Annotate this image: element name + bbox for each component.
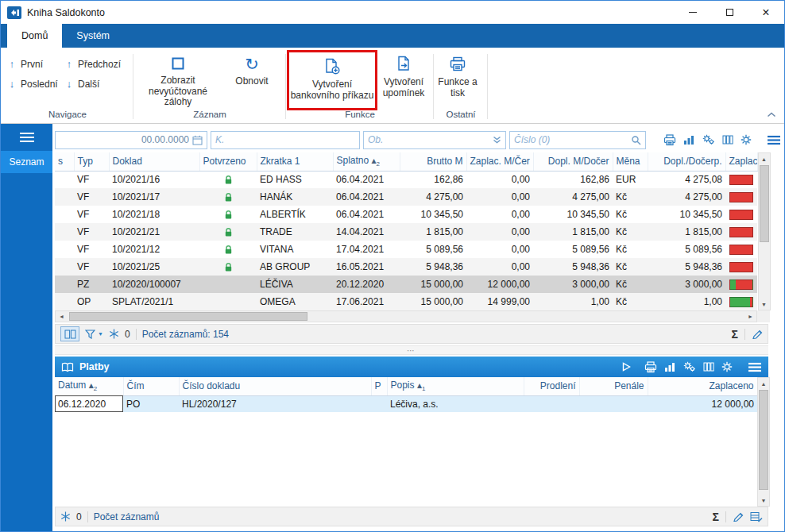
col-header-doklad[interactable]: Doklad <box>109 152 199 171</box>
table-row[interactable]: OP SPLAT/2021/1 OMEGA 17.06.2021 15 000,… <box>55 293 757 310</box>
minimize-button[interactable] <box>675 1 711 24</box>
vertical-scrollbar[interactable]: ▲ ▼ <box>757 377 770 507</box>
scroll-left-icon[interactable]: ◄ <box>56 314 68 319</box>
table-row[interactable]: 06.12.2020 PO HL/2020/127 Léčiva, a.s. 1… <box>55 395 757 412</box>
group-label-ostatni: Ostatní <box>436 110 485 119</box>
edit-pencil-icon[interactable] <box>733 511 744 522</box>
show-unbilled-advances-button[interactable]: Zobrazit nevyúčtované zálohy <box>136 50 220 107</box>
col-header-splatno[interactable]: Splatno ▴2 <box>333 152 400 171</box>
snowflake-icon[interactable] <box>109 329 119 339</box>
col-header-datum[interactable]: Datum ▴2 <box>55 377 123 395</box>
ob-filter-field[interactable] <box>363 131 506 149</box>
scrollbar-thumb[interactable] <box>69 312 307 321</box>
previous-record-button[interactable]: ↑Předchozí <box>64 58 131 70</box>
scroll-up-icon[interactable]: ▲ <box>761 378 767 389</box>
col-header-zaplaceno[interactable]: Zaplaceno <box>648 377 757 395</box>
cislo-search-input[interactable] <box>514 134 628 145</box>
vertical-scrollbar[interactable]: ▲ ▼ <box>758 152 771 310</box>
tab-domu[interactable]: Domů <box>7 24 62 48</box>
gears-icon[interactable] <box>702 134 715 145</box>
paid-indicator <box>729 175 753 185</box>
table-row[interactable]: VF 10/2021/12 VITANA 17.04.2021 5 089,56… <box>55 241 757 258</box>
table-row[interactable]: VF 10/2021/25 AB GROUP 16.05.2021 5 948,… <box>55 258 757 276</box>
card-view-toggle-button[interactable] <box>60 326 79 341</box>
col-header-s[interactable]: s <box>55 152 74 171</box>
next-record-button[interactable]: ↓Další <box>64 78 131 90</box>
scroll-up-icon[interactable]: ▲ <box>761 153 767 164</box>
col-header-potvrzeno[interactable]: Potvrzeno <box>199 152 257 171</box>
edit-pencil-icon[interactable] <box>752 329 763 340</box>
sidebar-menu-button[interactable] <box>1 124 52 151</box>
chart-icon[interactable] <box>683 135 695 145</box>
table-row[interactable]: VF 10/2021/18 ALBERTÍK 06.04.2021 10 345… <box>55 206 757 223</box>
col-header-zaplacen[interactable]: Zaplacen <box>725 152 757 171</box>
col-header-dopl[interactable]: Dopl. M/Dočer <box>533 152 613 171</box>
square-outline-icon <box>170 56 186 71</box>
print-icon[interactable] <box>663 134 676 146</box>
col-header-zkratka[interactable]: Zkratka 1 <box>257 152 333 171</box>
col-header-penale[interactable]: Penále <box>579 377 648 395</box>
grid-menu-icon[interactable] <box>767 135 781 145</box>
print-icon[interactable] <box>644 361 657 373</box>
create-bank-order-button[interactable]: Vytvoření bankovního příkazu <box>289 52 375 110</box>
col-header-brutto[interactable]: Brutto M <box>400 152 466 171</box>
play-icon[interactable] <box>622 362 631 372</box>
k-filter-field[interactable] <box>211 131 360 149</box>
focused-cell[interactable]: 06.12.2020 <box>55 395 123 412</box>
app-window: Kniha Saldokonto × Domů Systém ↑První ↓P… <box>0 0 785 532</box>
calendar-icon[interactable] <box>192 135 203 145</box>
k-filter-input[interactable] <box>215 134 355 145</box>
refresh-button[interactable]: ↻ Obnovit <box>220 50 284 107</box>
scrollbar-thumb[interactable] <box>759 390 768 490</box>
chart-icon[interactable] <box>664 362 676 372</box>
col-header-prodleni[interactable]: Prodlení <box>524 377 579 395</box>
filter-caret-icon[interactable]: ▼ <box>98 331 103 337</box>
col-header-zaplac[interactable]: Zaplac. M/Čer <box>466 152 533 171</box>
ob-filter-input[interactable] <box>368 134 489 145</box>
scroll-right-icon[interactable]: ► <box>744 314 756 319</box>
col-header-doplc[interactable]: Dopl./Dočerp. <box>648 152 725 171</box>
col-header-cim[interactable]: Čím <box>123 377 179 395</box>
sum-icon[interactable]: Σ <box>732 328 738 341</box>
col-header-p[interactable]: P <box>371 377 387 395</box>
functions-print-button[interactable]: Funkce a tisk <box>433 50 482 107</box>
col-header-typ[interactable]: Typ <box>74 152 109 171</box>
create-reminders-button[interactable]: Vytvoření upomínek <box>377 50 430 107</box>
table-row[interactable]: VF 10/2021/16 ED HASS 06.04.2021 162,86 … <box>55 171 757 188</box>
last-record-button[interactable]: ↓Poslední <box>7 78 64 90</box>
table-row[interactable]: VF 10/2021/17 HANÁK 06.04.2021 4 275,00 … <box>55 188 757 206</box>
edit-grid-icon[interactable] <box>750 511 763 522</box>
collapse-ribbon-button[interactable] <box>767 109 776 120</box>
cislo-search-field[interactable] <box>509 131 646 149</box>
col-header-mena[interactable]: Měna <box>613 152 648 171</box>
table-row[interactable]: PZ 10/2020/100007 LÉČIVA 20.12.2020 15 0… <box>55 276 757 293</box>
grid-menu-icon[interactable] <box>748 362 762 372</box>
scrollbar-thumb[interactable] <box>760 165 769 242</box>
filter-icon[interactable] <box>85 330 95 339</box>
maximize-button[interactable] <box>711 1 748 24</box>
gear-icon[interactable] <box>741 134 752 145</box>
sidebar-item-seznam[interactable]: Seznam <box>1 151 52 173</box>
snowflake-icon[interactable] <box>60 511 71 522</box>
columns-icon[interactable] <box>703 362 714 372</box>
scroll-down-icon[interactable]: ▼ <box>761 299 767 310</box>
panel-splitter[interactable]: ⋯ <box>55 345 768 355</box>
sum-icon[interactable]: Σ <box>713 511 719 523</box>
refresh-icon: ↻ <box>245 56 259 72</box>
scroll-down-icon[interactable]: ▼ <box>761 495 767 506</box>
chevron-double-down-icon[interactable] <box>493 136 501 144</box>
search-icon[interactable] <box>631 135 641 145</box>
col-header-popis[interactable]: Popis ▴1 <box>387 377 524 395</box>
first-record-button[interactable]: ↑První <box>7 58 64 70</box>
horizontal-scrollbar[interactable]: ◄ ► <box>55 310 781 322</box>
columns-icon[interactable] <box>722 135 733 145</box>
close-button[interactable]: × <box>748 1 784 24</box>
gear-icon[interactable] <box>721 361 733 372</box>
date-filter-input[interactable] <box>60 134 189 145</box>
tab-system[interactable]: Systém <box>62 24 124 48</box>
col-header-cislo-dokladu[interactable]: Číslo dokladu <box>179 377 371 395</box>
date-filter-field[interactable] <box>55 131 207 149</box>
table-row[interactable]: VF 10/2021/21 TRADE 14.04.2021 1 815,00 … <box>55 223 757 241</box>
gears-icon[interactable] <box>683 361 696 372</box>
paid-indicator <box>729 227 753 237</box>
